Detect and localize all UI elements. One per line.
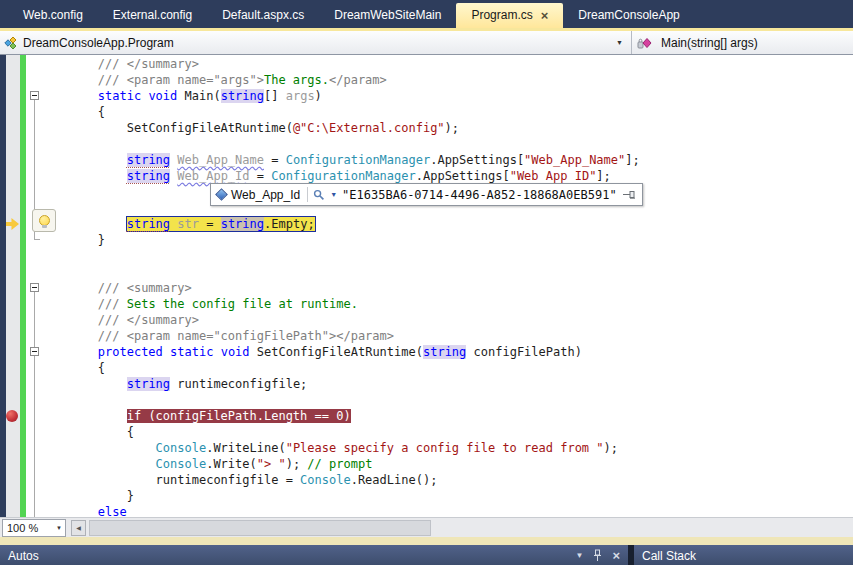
editor-zoom-select[interactable]: 100 % ▼ [2, 519, 66, 537]
scroll-left-button[interactable]: ◀ [71, 520, 86, 536]
close-tab-icon[interactable]: × [541, 3, 549, 28]
magnifier-icon[interactable] [313, 189, 325, 201]
code-line[interactable]: string Web_App_Name = ConfigurationManag… [40, 152, 640, 168]
scrollbar-track[interactable] [86, 519, 853, 537]
fold-collapse-box[interactable] [30, 347, 39, 356]
code-line[interactable]: if (configFilePath.Length == 0) [40, 408, 351, 424]
tab-label: DreamWebSiteMain [334, 8, 441, 22]
code-line[interactable]: SetConfigFileAtRuntime(@"C:\External.con… [40, 120, 459, 136]
dock-separator-strip [0, 537, 853, 545]
code-line[interactable]: string Web_App_Id = ConfigurationManager… [40, 168, 611, 184]
fold-guide-line [34, 292, 35, 347]
tab-external-config[interactable]: External.config [98, 3, 207, 28]
method-icon [637, 36, 652, 50]
code-area[interactable]: /// </summary> /// <param name="args">Th… [40, 55, 853, 517]
code-line[interactable]: /// Sets the config file at runtime. [40, 296, 358, 312]
tab-label: DreamConsoleApp [578, 8, 679, 22]
code-line[interactable]: /// </summary> [40, 312, 199, 328]
pin-icon[interactable] [622, 190, 636, 200]
tab-web-config[interactable]: Web.config [8, 3, 98, 28]
autos-panel-header[interactable]: Autos ▼ × [0, 545, 628, 565]
scroll-left-icon: ◀ [76, 524, 81, 531]
fold-collapse-box[interactable] [30, 91, 39, 100]
breakpoint-margin[interactable] [6, 55, 20, 517]
value-gem-icon [215, 188, 228, 201]
type-dropdown[interactable]: DreamConsoleApp.Program ▼ [0, 31, 632, 54]
datatip-dropdown-icon[interactable]: ▼ [330, 191, 337, 198]
datatip-variable-name: Web_App_Id [231, 188, 302, 202]
code-line[interactable]: runtimeconfigfile = Console.ReadLine(); [40, 472, 437, 488]
code-line[interactable]: } [40, 488, 134, 504]
quick-actions-lightbulb-icon[interactable] [32, 209, 56, 232]
tab-label: External.config [113, 8, 192, 22]
tab-bar: Web.configExternal.configDefault.aspx.cs… [0, 0, 853, 28]
code-line[interactable]: /// </summary> [40, 56, 199, 72]
tab-label: Default.aspx.cs [222, 8, 304, 22]
tab-program-cs[interactable]: Program.cs× [456, 3, 563, 28]
tab-default-aspx-cs[interactable]: Default.aspx.cs [207, 3, 319, 28]
code-line[interactable]: protected static void SetConfigFileAtRun… [40, 344, 582, 360]
debugger-datatip: Web_App_Id ▼ "E1635BA6-0714-4496-A852-18… [210, 183, 643, 206]
zoom-level: 100 % [3, 522, 38, 534]
code-line[interactable]: Console.WriteLine("Please specify a conf… [40, 440, 618, 456]
code-editor[interactable]: /// </summary> /// <param name="args">Th… [0, 55, 853, 537]
pin-icon[interactable] [593, 549, 602, 562]
code-line[interactable]: { [40, 360, 105, 376]
track-changes-bar [20, 55, 26, 517]
horizontal-scrollbar-row: 100 % ▼ ◀ [0, 517, 853, 537]
code-line[interactable]: /// <param name="configFilePath"></param… [40, 328, 394, 344]
code-line[interactable]: /// <summary> [40, 280, 192, 296]
window-position-icon[interactable]: ▼ [575, 551, 583, 561]
class-icon [4, 36, 18, 50]
fold-end-tick [34, 239, 40, 240]
scrollbar-thumb[interactable] [89, 520, 431, 536]
zoom-dropdown-icon[interactable]: ▼ [56, 525, 62, 531]
navigation-bar: DreamConsoleApp.Program ▼ Main(string[] … [0, 31, 853, 55]
code-line[interactable]: /// <param name="args">The args.</param> [40, 72, 387, 88]
code-line[interactable]: string str = string.Empty; [40, 216, 315, 232]
member-dropdown-value: Main(string[] args) [661, 36, 758, 50]
code-line[interactable]: static void Main(string[] args) [40, 88, 322, 104]
code-line[interactable]: string runtimeconfigfile; [40, 376, 307, 392]
call-stack-panel-title: Call Stack [642, 549, 696, 563]
tab-label: Web.config [23, 8, 83, 22]
code-line[interactable]: { [40, 424, 134, 440]
current-line-highlight: string str = string.Empty; [127, 217, 315, 231]
code-line[interactable]: } [40, 232, 105, 248]
bottom-panel-bar: Autos ▼ × Call Stack [0, 545, 853, 565]
autos-panel-title: Autos [8, 549, 39, 563]
tab-dreamconsoleapp[interactable]: DreamConsoleApp [563, 3, 694, 28]
tab-label: Program.cs [471, 3, 532, 28]
datatip-value: "E1635BA6-0714-4496-A852-18868A0EB591" [342, 188, 617, 202]
tab-dreamwebsitemain[interactable]: DreamWebSiteMain [319, 3, 456, 28]
code-line[interactable]: { [40, 104, 105, 120]
datatip-separator [307, 187, 308, 202]
breakpoint-line-highlight: if (configFilePath.Length == 0) [127, 409, 351, 423]
type-dropdown-value: DreamConsoleApp.Program [23, 36, 174, 50]
breakpoint-icon[interactable] [6, 410, 18, 422]
close-icon[interactable]: × [612, 550, 620, 562]
fold-guide-line [34, 356, 35, 517]
chevron-down-icon[interactable]: ▼ [616, 39, 623, 46]
fold-collapse-box[interactable] [30, 283, 39, 292]
code-line[interactable]: Console.Write("> "); // prompt [40, 456, 372, 472]
member-dropdown[interactable]: Main(string[] args) [632, 31, 853, 54]
call-stack-panel-header[interactable]: Call Stack [634, 545, 853, 565]
